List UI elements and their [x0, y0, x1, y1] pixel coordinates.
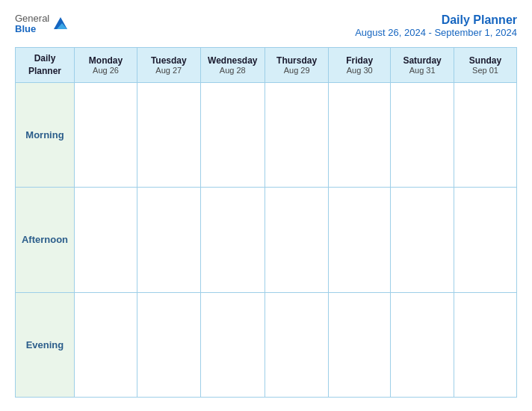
logo-area: General Blue	[15, 13, 69, 35]
cell-evening-thursday[interactable]	[265, 292, 329, 397]
col-header-wednesday: Wednesday Aug 28	[200, 48, 265, 83]
row-morning: Morning	[16, 82, 517, 187]
col-header-sunday: Sunday Sep 01	[454, 48, 517, 83]
row-evening: Evening	[16, 292, 517, 397]
col-header-tuesday: Tuesday Aug 27	[137, 48, 200, 83]
cell-evening-monday[interactable]	[74, 292, 137, 397]
cell-morning-friday[interactable]	[329, 82, 391, 187]
col-header-saturday: Saturday Aug 31	[391, 48, 454, 83]
calendar-table: Daily Planner Monday Aug 26 Tuesday Aug …	[15, 47, 517, 398]
cell-morning-monday[interactable]	[74, 82, 137, 187]
cell-afternoon-thursday[interactable]	[265, 188, 329, 292]
cell-evening-saturday[interactable]	[391, 292, 454, 397]
cell-evening-friday[interactable]	[329, 292, 391, 397]
cell-afternoon-monday[interactable]	[74, 188, 137, 292]
cell-morning-saturday[interactable]	[391, 82, 454, 187]
cell-morning-thursday[interactable]	[265, 82, 329, 187]
cell-afternoon-friday[interactable]	[329, 188, 391, 292]
header: General Blue Daily Planner August 26, 20…	[15, 13, 517, 38]
page: General Blue Daily Planner August 26, 20…	[0, 0, 532, 411]
row-afternoon: Afternoon	[16, 188, 517, 292]
cell-evening-sunday[interactable]	[454, 292, 517, 397]
logo-general: General	[15, 13, 49, 24]
date-range: August 26, 2024 - September 1, 2024	[355, 27, 517, 38]
cell-evening-tuesday[interactable]	[137, 292, 200, 397]
cell-afternoon-wednesday[interactable]	[200, 188, 265, 292]
col-header-label: Daily Planner	[16, 48, 75, 83]
cell-afternoon-saturday[interactable]	[391, 188, 454, 292]
col-header-thursday: Thursday Aug 29	[265, 48, 329, 83]
row-label-afternoon: Afternoon	[16, 188, 75, 292]
cell-morning-tuesday[interactable]	[137, 82, 200, 187]
logo-blue: Blue	[15, 24, 49, 34]
col-label-line1: Daily	[34, 53, 56, 64]
cell-afternoon-tuesday[interactable]	[137, 188, 200, 292]
cell-morning-sunday[interactable]	[454, 82, 517, 187]
cell-afternoon-sunday[interactable]	[454, 188, 517, 292]
col-label-line2: Planner	[28, 66, 61, 76]
page-title: Daily Planner	[355, 13, 517, 27]
col-header-friday: Friday Aug 30	[329, 48, 391, 83]
logo-icon	[52, 16, 69, 32]
title-area: Daily Planner August 26, 2024 - Septembe…	[355, 13, 517, 38]
col-header-monday: Monday Aug 26	[74, 48, 137, 83]
row-label-morning: Morning	[16, 82, 75, 187]
cell-evening-wednesday[interactable]	[200, 292, 265, 397]
cell-morning-wednesday[interactable]	[200, 82, 265, 187]
row-label-evening: Evening	[16, 292, 75, 397]
